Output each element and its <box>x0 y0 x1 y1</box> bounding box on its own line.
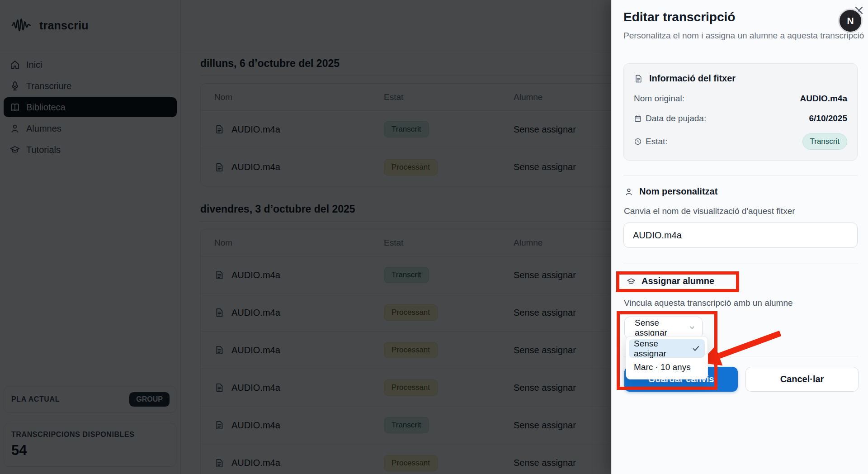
clock-icon <box>634 137 642 146</box>
student-select-menu: Sense assignarMarc · 10 anys <box>626 336 708 379</box>
cancel-button[interactable]: Cancel·lar <box>745 367 859 392</box>
student-select[interactable]: Sense assignar <box>624 317 703 339</box>
custom-name-description: Canvia el nom de visualització d'aquest … <box>624 206 795 216</box>
custom-name-heading: Nom personalitzat <box>624 186 717 197</box>
file-info-row-date: Data de pujada: 6/10/2025 <box>634 114 847 123</box>
student-option-marc[interactable]: Marc · 10 anys <box>629 358 705 376</box>
calendar-icon <box>634 114 642 123</box>
file-info-card: Informació del fitxer Nom original: AUDI… <box>623 63 858 161</box>
drawer-title: Editar transcripció <box>623 10 735 24</box>
file-info-heading-label: Informació del fitxer <box>649 73 736 84</box>
file-info-row-name: Nom original: AUDIO.m4a <box>634 94 847 104</box>
graduation-cap-icon <box>627 277 636 286</box>
student-option-label: Marc · 10 anys <box>634 362 691 372</box>
upload-date-label: Data de pujada: <box>634 114 706 123</box>
status-label: Estat: <box>634 137 668 147</box>
original-name-value: AUDIO.m4a <box>800 94 847 104</box>
avatar[interactable]: N <box>838 9 863 33</box>
user-icon <box>624 187 633 196</box>
edit-transcription-drawer: Editar transcripció Personalitza el nom … <box>611 0 868 474</box>
assign-student-heading: Assignar alumne <box>627 276 714 286</box>
modal-backdrop[interactable] <box>0 0 611 474</box>
drawer-subtitle: Personalitza el nom i assigna un alumne … <box>623 31 864 41</box>
student-option-label: Sense assignar <box>634 339 692 359</box>
upload-date-value: 6/10/2025 <box>809 114 847 123</box>
assign-student-description: Vincula aquesta transcripció amb un alum… <box>624 298 793 308</box>
custom-name-input[interactable] <box>623 223 858 248</box>
check-icon <box>692 344 700 353</box>
student-select-value: Sense assignar <box>635 318 689 338</box>
status-badge: Transcrit <box>802 133 848 150</box>
divider <box>623 175 858 176</box>
file-info-row-status: Estat: Transcrit <box>634 133 847 150</box>
chevron-down-icon <box>689 324 696 332</box>
file-icon <box>634 74 643 84</box>
original-name-label: Nom original: <box>634 94 684 104</box>
divider <box>623 264 858 264</box>
custom-name-heading-label: Nom personalitzat <box>639 186 717 197</box>
file-info-heading: Informació del fitxer <box>634 73 847 84</box>
assign-student-heading-label: Assignar alumne <box>642 276 714 286</box>
app-root: transcriu IniciTranscriureBibliotecaAlum… <box>0 0 868 474</box>
student-option-unassigned[interactable]: Sense assignar <box>629 339 705 358</box>
status-label-text: Estat: <box>646 137 668 147</box>
upload-date-label-text: Data de pujada: <box>646 114 706 123</box>
